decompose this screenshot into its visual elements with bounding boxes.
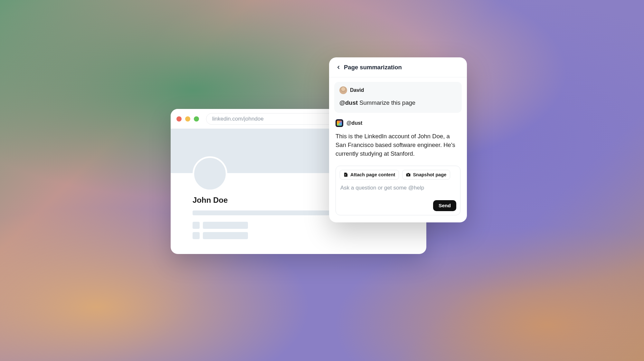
user-message: David @dust Summarize this page bbox=[334, 82, 462, 113]
skeleton-row bbox=[193, 232, 404, 239]
bot-message-header: @dust bbox=[336, 119, 460, 127]
user-message-text: @dust Summarize this page bbox=[339, 99, 457, 107]
skeleton-bar bbox=[203, 232, 248, 239]
url-text: linkedin.com/johndoe bbox=[212, 116, 264, 122]
snapshot-page-button[interactable]: Snapshot page bbox=[402, 170, 450, 180]
attach-page-button[interactable]: Attach page content bbox=[340, 170, 399, 180]
user-message-header: David bbox=[339, 86, 457, 94]
panel-header: Page summarization bbox=[329, 57, 467, 77]
svg-point-0 bbox=[408, 174, 409, 176]
window-maximize-icon[interactable] bbox=[194, 116, 199, 122]
profile-avatar bbox=[193, 156, 227, 191]
bot-avatar-icon bbox=[336, 119, 343, 127]
dust-panel: Page summarization David @dust Summarize… bbox=[329, 57, 467, 222]
composer: Attach page content Snapshot page Send bbox=[336, 166, 460, 215]
send-button[interactable]: Send bbox=[433, 200, 456, 211]
traffic-lights bbox=[176, 116, 199, 122]
camera-icon bbox=[406, 172, 411, 177]
attach-page-label: Attach page content bbox=[350, 172, 395, 177]
bot-message-text: This is the LinkedIn account of John Doe… bbox=[336, 132, 460, 158]
composer-input[interactable] bbox=[340, 183, 456, 199]
skeleton-row bbox=[193, 222, 404, 229]
user-name: David bbox=[350, 87, 364, 93]
file-plus-icon bbox=[344, 172, 348, 177]
skeleton-bar bbox=[203, 222, 248, 229]
composer-actions: Attach page content Snapshot page bbox=[340, 170, 456, 180]
bot-name: @dust bbox=[346, 120, 362, 126]
skeleton-icon bbox=[193, 222, 200, 229]
panel-body: David @dust Summarize this page @dust Th… bbox=[329, 77, 467, 222]
back-button[interactable] bbox=[336, 64, 341, 70]
snapshot-page-label: Snapshot page bbox=[413, 172, 446, 177]
window-minimize-icon[interactable] bbox=[185, 116, 190, 122]
user-message-body: Summarize this page bbox=[358, 99, 415, 106]
user-avatar bbox=[339, 86, 347, 94]
skeleton-icon bbox=[193, 232, 200, 239]
chevron-left-icon bbox=[336, 65, 341, 70]
panel-title: Page summarization bbox=[344, 64, 402, 71]
composer-footer: Send bbox=[340, 200, 456, 211]
mention: @dust bbox=[339, 99, 358, 106]
window-close-icon[interactable] bbox=[176, 116, 182, 122]
bot-message: @dust This is the LinkedIn account of Jo… bbox=[334, 119, 462, 215]
skeleton-line bbox=[193, 210, 347, 215]
